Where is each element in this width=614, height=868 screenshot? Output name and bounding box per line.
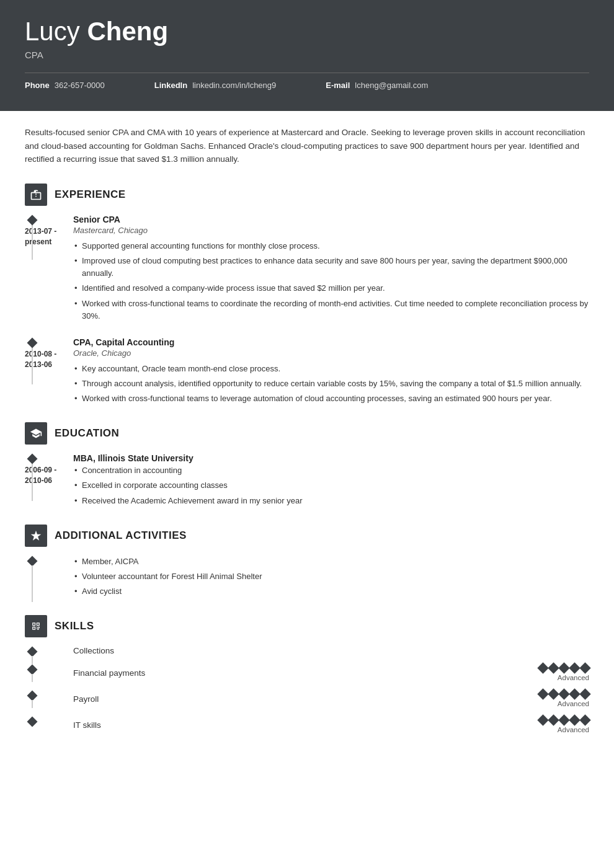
dot-2-4: [579, 688, 590, 699]
bullet-1-1: Improved use of cloud computing best pra…: [73, 255, 589, 280]
summary-text: Results-focused senior CPA and CMA with …: [25, 126, 589, 166]
skills-gear-icon: [30, 620, 42, 632]
dot-3-3: [569, 714, 580, 725]
entry-content-2: CPA, Capital Accounting Oracle, Chicago …: [68, 337, 589, 407]
candidate-name: Lucy Cheng: [25, 17, 589, 46]
act-diamond: [27, 556, 38, 566]
dot-1-2: [558, 662, 569, 673]
activities-icon: [25, 525, 47, 547]
experience-section: EXPERIENCE 2013-07 - present Senior CPA …: [25, 184, 589, 407]
entry-content-1: Senior CPA Mastercard, Chicago Supported…: [68, 215, 589, 325]
edu-date-1: 2006-09 - 2010-06: [25, 465, 56, 486]
skill-label-2: Advanced: [558, 700, 589, 707]
skills-section-header: SKILLS: [25, 615, 589, 637]
education-entry-1: 2006-09 - 2010-06 MBA, Illinois State Un…: [25, 453, 589, 509]
skill-entry-1: Financial payments Advanced: [25, 664, 589, 681]
bullet-1-2: Identified and resolved a company-wide p…: [73, 282, 589, 294]
education-title: EDUCATION: [55, 427, 119, 440]
resume-body: Results-focused senior CPA and CMA with …: [0, 111, 614, 773]
first-name: Lucy: [25, 17, 87, 46]
experience-entry-1: 2013-07 - present Senior CPA Mastercard,…: [25, 215, 589, 325]
activities-entry: Member, AICPA Volunteer accountant for F…: [25, 556, 589, 600]
act-left: [25, 556, 68, 565]
entry-left-1: 2013-07 - present: [25, 215, 68, 247]
act-content: Member, AICPA Volunteer accountant for F…: [68, 556, 589, 600]
act-bullets: Member, AICPA Volunteer accountant for F…: [73, 556, 589, 598]
skill-diamond-0: [27, 647, 38, 657]
linkedin-contact: LinkedIn linkedin.com/in/lcheng9: [154, 81, 277, 90]
email-contact: E-mail lcheng@gamail.com: [326, 81, 428, 90]
resume-header: Lucy Cheng CPA Phone 362-657-0000 Linked…: [0, 0, 614, 111]
dot-1-1: [548, 662, 559, 673]
bullets-1: Supported general accounting functions f…: [73, 240, 589, 322]
edu-bullets-1: Concentration in accounting Excelled in …: [73, 464, 589, 507]
dot-1-0: [537, 662, 548, 673]
job-title-1: Senior CPA: [73, 215, 589, 224]
company-1: Mastercard, Chicago: [73, 226, 589, 235]
education-icon: [25, 422, 47, 445]
edu-bullet-1-2: Received the Academic Achievement award …: [73, 495, 589, 507]
phone-contact: Phone 362-657-0000: [25, 81, 105, 90]
degree-1: MBA, Illinois State University: [73, 453, 589, 463]
briefcase-icon: [30, 188, 42, 201]
skill-rating-1: Advanced: [539, 664, 589, 681]
skill-right-2: Payroll Advanced: [68, 690, 589, 707]
diamond-2: [27, 337, 38, 348]
edu-entry-left-1: 2006-09 - 2010-06: [25, 453, 68, 486]
experience-title: EXPERIENCE: [55, 188, 126, 201]
activities-title: ADDITIONAL ACTIVITIES: [55, 529, 187, 542]
skill-left-0: [25, 646, 68, 655]
dot-2-0: [537, 688, 548, 699]
skill-vline-1: [32, 674, 33, 682]
skill-entry-2: Payroll Advanced: [25, 690, 589, 707]
act-bullet-2: Avid cyclist: [73, 585, 589, 598]
email-value: lcheng@gamail.com: [355, 81, 428, 90]
skill-label-1: Advanced: [558, 674, 589, 681]
edu-bullet-1-1: Excelled in corporate accounting classes: [73, 479, 589, 492]
edu-vline-1: [32, 463, 33, 501]
skill-left-1: [25, 664, 68, 673]
entry-left-2: 2010-08 - 2013-06: [25, 337, 68, 370]
skill-name-1: Financial payments: [73, 668, 539, 678]
skill-vline-2: [32, 700, 33, 708]
dot-2-1: [548, 688, 559, 699]
phone-label: Phone: [25, 81, 50, 90]
contact-info: Phone 362-657-0000 LinkedIn linkedin.com…: [25, 81, 589, 94]
dot-3-4: [579, 714, 590, 725]
dot-3-0: [537, 714, 548, 725]
bullet-1-0: Supported general accounting functions f…: [73, 240, 589, 252]
bullet-1-3: Worked with cross-functional teams to co…: [73, 298, 589, 322]
skill-diamond-2: [27, 691, 38, 701]
skills-icon: [25, 615, 47, 637]
edu-diamond-1: [27, 454, 38, 464]
company-2: Oracle, Chicago: [73, 348, 589, 358]
dot-3-2: [558, 714, 569, 725]
edu-content-1: MBA, Illinois State University Concentra…: [68, 453, 589, 509]
activities-section: ADDITIONAL ACTIVITIES Member, AICPA Volu…: [25, 525, 589, 600]
skill-entry-3: IT skills Advanced: [25, 716, 589, 733]
act-bullet-0: Member, AICPA: [73, 556, 589, 568]
skills-section: SKILLS Collections Financial payments: [25, 615, 589, 733]
act-bullet-1: Volunteer accountant for Forest Hill Ani…: [73, 570, 589, 583]
skill-diamond-1: [27, 665, 38, 675]
skill-name-2: Payroll: [73, 694, 539, 704]
education-section-header: EDUCATION: [25, 422, 589, 445]
candidate-title: CPA: [25, 50, 589, 60]
dots-row-3: [539, 716, 589, 724]
experience-section-header: EXPERIENCE: [25, 184, 589, 206]
skill-right-1: Financial payments Advanced: [68, 664, 589, 681]
dot-2-2: [558, 688, 569, 699]
graduation-icon: [30, 427, 42, 440]
email-label: E-mail: [326, 81, 350, 90]
skill-name-3: IT skills: [73, 720, 539, 730]
experience-icon: [25, 184, 47, 206]
bullets-2: Key accountant, Oracle team month-end cl…: [73, 363, 589, 405]
skills-title: SKILLS: [55, 620, 94, 632]
diamond-1: [27, 215, 38, 225]
dot-3-1: [548, 714, 559, 725]
bullet-2-2: Worked with cross-functional teams to le…: [73, 392, 589, 405]
bullet-2-0: Key accountant, Oracle team month-end cl…: [73, 363, 589, 375]
vline-2: [32, 347, 33, 385]
edu-bullet-1-0: Concentration in accounting: [73, 464, 589, 477]
dots-row-1: [539, 664, 589, 672]
